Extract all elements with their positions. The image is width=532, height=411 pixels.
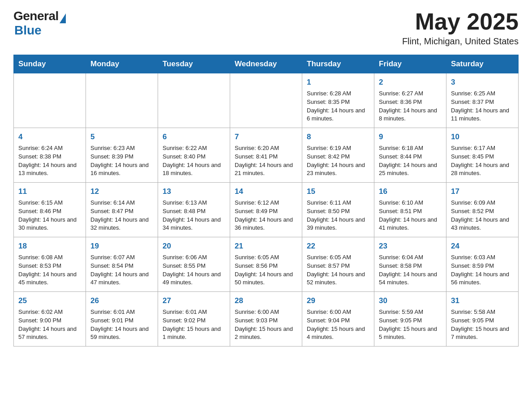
day-info: Sunrise: 5:58 AM Sunset: 9:05 PM Dayligh… (451, 308, 514, 342)
day-info: Sunrise: 6:09 AM Sunset: 8:52 PM Dayligh… (451, 199, 514, 232)
day-number: 11 (18, 186, 81, 197)
day-info: Sunrise: 6:23 AM Sunset: 8:39 PM Dayligh… (90, 144, 153, 178)
day-info: Sunrise: 6:19 AM Sunset: 8:42 PM Dayligh… (307, 144, 369, 178)
day-info: Sunrise: 6:05 AM Sunset: 8:57 PM Dayligh… (307, 253, 369, 287)
day-info: Sunrise: 6:00 AM Sunset: 9:03 PM Dayligh… (235, 308, 297, 342)
calendar-cell: 24Sunrise: 6:03 AM Sunset: 8:59 PM Dayli… (446, 237, 519, 292)
calendar-cell: 26Sunrise: 6:01 AM Sunset: 9:01 PM Dayli… (86, 292, 158, 347)
day-number: 8 (307, 132, 369, 143)
day-info: Sunrise: 6:22 AM Sunset: 8:40 PM Dayligh… (163, 144, 225, 178)
calendar-cell: 21Sunrise: 6:05 AM Sunset: 8:56 PM Dayli… (230, 237, 302, 292)
column-header-wednesday: Wednesday (230, 55, 302, 73)
day-number: 9 (379, 132, 442, 143)
column-header-saturday: Saturday (446, 55, 519, 73)
calendar-cell: 2Sunrise: 6:27 AM Sunset: 8:36 PM Daylig… (374, 73, 446, 128)
day-number: 19 (90, 241, 153, 252)
calendar-cell: 29Sunrise: 6:00 AM Sunset: 9:04 PM Dayli… (302, 292, 374, 347)
calendar-cell: 25Sunrise: 6:02 AM Sunset: 9:00 PM Dayli… (14, 292, 86, 347)
calendar-cell: 20Sunrise: 6:06 AM Sunset: 8:55 PM Dayli… (158, 237, 230, 292)
day-number: 14 (235, 186, 297, 197)
calendar-cell: 18Sunrise: 6:08 AM Sunset: 8:53 PM Dayli… (14, 237, 86, 292)
day-number: 25 (18, 295, 81, 307)
calendar-cell: 6Sunrise: 6:22 AM Sunset: 8:40 PM Daylig… (158, 128, 230, 183)
day-info: Sunrise: 6:25 AM Sunset: 8:37 PM Dayligh… (451, 90, 514, 123)
day-number: 5 (90, 132, 153, 143)
calendar-cell: 10Sunrise: 6:17 AM Sunset: 8:45 PM Dayli… (446, 128, 519, 183)
day-info: Sunrise: 6:13 AM Sunset: 8:48 PM Dayligh… (163, 199, 225, 232)
day-info: Sunrise: 6:01 AM Sunset: 9:01 PM Dayligh… (90, 308, 153, 342)
calendar-cell (14, 73, 86, 128)
calendar-cell: 7Sunrise: 6:20 AM Sunset: 8:41 PM Daylig… (230, 128, 302, 183)
day-number: 15 (307, 186, 369, 197)
day-number: 4 (18, 132, 81, 143)
calendar-week-row: 25Sunrise: 6:02 AM Sunset: 9:00 PM Dayli… (14, 292, 519, 347)
day-number: 21 (235, 241, 297, 252)
column-header-sunday: Sunday (14, 55, 86, 73)
calendar-cell: 1Sunrise: 6:28 AM Sunset: 8:35 PM Daylig… (302, 73, 374, 128)
day-number: 13 (163, 186, 225, 197)
day-number: 17 (451, 186, 514, 197)
calendar-cell (158, 73, 230, 128)
day-info: Sunrise: 6:17 AM Sunset: 8:45 PM Dayligh… (451, 144, 514, 178)
day-number: 10 (451, 132, 514, 143)
day-number: 12 (90, 186, 153, 197)
page-header: General Blue May 2025 Flint, Michigan, U… (13, 9, 519, 47)
logo-blue-text: Blue (14, 23, 42, 38)
calendar-cell: 16Sunrise: 6:10 AM Sunset: 8:51 PM Dayli… (374, 183, 446, 237)
calendar-cell: 31Sunrise: 5:58 AM Sunset: 9:05 PM Dayli… (446, 292, 519, 347)
column-header-friday: Friday (374, 55, 446, 73)
calendar-cell: 27Sunrise: 6:01 AM Sunset: 9:02 PM Dayli… (158, 292, 230, 347)
day-info: Sunrise: 6:00 AM Sunset: 9:04 PM Dayligh… (307, 308, 369, 342)
day-info: Sunrise: 6:24 AM Sunset: 8:38 PM Dayligh… (18, 144, 81, 178)
day-number: 18 (18, 241, 81, 252)
day-info: Sunrise: 6:18 AM Sunset: 8:44 PM Dayligh… (379, 144, 442, 178)
day-info: Sunrise: 6:08 AM Sunset: 8:53 PM Dayligh… (18, 253, 81, 287)
calendar-cell (230, 73, 302, 128)
day-number: 30 (379, 295, 442, 307)
calendar-week-row: 18Sunrise: 6:08 AM Sunset: 8:53 PM Dayli… (14, 237, 519, 292)
calendar-cell: 19Sunrise: 6:07 AM Sunset: 8:54 PM Dayli… (86, 237, 158, 292)
calendar-cell: 17Sunrise: 6:09 AM Sunset: 8:52 PM Dayli… (446, 183, 519, 237)
calendar-cell (86, 73, 158, 128)
calendar-cell: 22Sunrise: 6:05 AM Sunset: 8:57 PM Dayli… (302, 237, 374, 292)
column-header-thursday: Thursday (302, 55, 374, 73)
day-info: Sunrise: 6:10 AM Sunset: 8:51 PM Dayligh… (379, 199, 442, 232)
calendar-cell: 4Sunrise: 6:24 AM Sunset: 8:38 PM Daylig… (14, 128, 86, 183)
calendar-week-row: 1Sunrise: 6:28 AM Sunset: 8:35 PM Daylig… (14, 73, 519, 128)
day-number: 31 (451, 295, 514, 307)
day-info: Sunrise: 5:59 AM Sunset: 9:05 PM Dayligh… (379, 308, 442, 342)
day-number: 26 (90, 295, 153, 307)
calendar-week-row: 4Sunrise: 6:24 AM Sunset: 8:38 PM Daylig… (14, 128, 519, 183)
day-info: Sunrise: 6:02 AM Sunset: 9:00 PM Dayligh… (18, 308, 81, 342)
day-info: Sunrise: 6:01 AM Sunset: 9:02 PM Dayligh… (163, 308, 225, 342)
day-number: 28 (235, 295, 297, 307)
day-number: 24 (451, 241, 514, 252)
calendar-cell: 12Sunrise: 6:14 AM Sunset: 8:47 PM Dayli… (86, 183, 158, 237)
day-info: Sunrise: 6:15 AM Sunset: 8:46 PM Dayligh… (18, 199, 81, 232)
day-info: Sunrise: 6:28 AM Sunset: 8:35 PM Dayligh… (307, 90, 369, 123)
calendar-week-row: 11Sunrise: 6:15 AM Sunset: 8:46 PM Dayli… (14, 183, 519, 237)
day-number: 7 (235, 132, 297, 143)
day-number: 16 (379, 186, 442, 197)
calendar-table: SundayMondayTuesdayWednesdayThursdayFrid… (13, 55, 519, 347)
day-number: 29 (307, 295, 369, 307)
location-text: Flint, Michigan, United States (402, 36, 519, 47)
day-info: Sunrise: 6:03 AM Sunset: 8:59 PM Dayligh… (451, 253, 514, 287)
day-info: Sunrise: 6:11 AM Sunset: 8:50 PM Dayligh… (307, 199, 369, 232)
title-area: May 2025 Flint, Michigan, United States (402, 9, 519, 47)
logo: General Blue (13, 9, 66, 38)
column-header-tuesday: Tuesday (158, 55, 230, 73)
day-number: 27 (163, 295, 225, 307)
calendar-cell: 5Sunrise: 6:23 AM Sunset: 8:39 PM Daylig… (86, 128, 158, 183)
calendar-cell: 30Sunrise: 5:59 AM Sunset: 9:05 PM Dayli… (374, 292, 446, 347)
day-info: Sunrise: 6:05 AM Sunset: 8:56 PM Dayligh… (235, 253, 297, 287)
day-number: 20 (163, 241, 225, 252)
calendar-cell: 3Sunrise: 6:25 AM Sunset: 8:37 PM Daylig… (446, 73, 519, 128)
month-year-title: May 2025 (402, 9, 519, 34)
day-info: Sunrise: 6:27 AM Sunset: 8:36 PM Dayligh… (379, 90, 442, 123)
day-info: Sunrise: 6:04 AM Sunset: 8:58 PM Dayligh… (379, 253, 442, 287)
day-number: 2 (379, 77, 442, 88)
day-number: 22 (307, 241, 369, 252)
day-info: Sunrise: 6:12 AM Sunset: 8:49 PM Dayligh… (235, 199, 297, 232)
logo-arrow-icon (60, 13, 66, 23)
